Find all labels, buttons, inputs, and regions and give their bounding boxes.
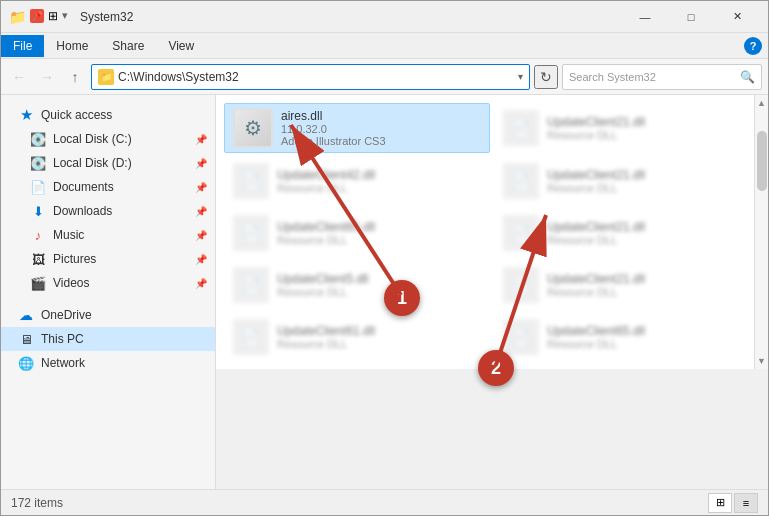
minimize-button[interactable]: —: [622, 1, 668, 33]
local-disk-d-icon: 💽: [29, 154, 47, 172]
address-input[interactable]: 📁 C:\Windows\System32 ▾: [91, 64, 530, 90]
address-chevron: ▾: [518, 71, 523, 82]
sidebar-item-documents[interactable]: 📄 Documents 📌: [1, 175, 215, 199]
blurred-detail-4: Resource DLL: [277, 234, 481, 246]
sidebar-item-music[interactable]: ♪ Music 📌: [1, 223, 215, 247]
downloads-label: Downloads: [53, 204, 191, 218]
local-disk-c-icon: 💽: [29, 130, 47, 148]
quick-access-icon: ★: [17, 106, 35, 124]
status-count: 172 items: [11, 496, 63, 510]
scroll-up-button[interactable]: ▲: [755, 95, 769, 111]
blurred-detail-9: Resource DLL: [547, 338, 751, 350]
refresh-button[interactable]: ↻: [534, 65, 558, 89]
blurred-name-2: UpdateClient42.dll: [277, 168, 481, 182]
blurred-detail-5: Resource DLL: [547, 234, 751, 246]
blurred-icon-1: [503, 110, 539, 146]
blurred-info-7: UpdateClient21.dll Resource DLL: [547, 272, 751, 298]
close-button[interactable]: ✕: [714, 1, 760, 33]
dropdown-arrow[interactable]: ▾: [62, 9, 68, 25]
scrollbar-thumb[interactable]: [757, 131, 767, 191]
sidebar-item-network[interactable]: 🌐 Network: [1, 351, 215, 375]
title-bar: 📁 📌 ⊞ ▾ System32 — □ ✕: [1, 1, 768, 33]
sidebar-item-videos[interactable]: 🎬 Videos 📌: [1, 271, 215, 295]
pin-videos-icon: 📌: [195, 278, 207, 289]
back-button[interactable]: ←: [7, 65, 31, 89]
onedrive-label: OneDrive: [41, 308, 207, 322]
grid-icon: ⊞: [48, 9, 58, 25]
view-list[interactable]: ≡: [734, 493, 758, 513]
annotation-circle-2: 2: [478, 350, 514, 386]
blurred-icon-8: [233, 319, 269, 355]
scrollbar-track[interactable]: ▲ ▼: [754, 95, 768, 369]
file-item-blurred-7: UpdateClient21.dll Resource DLL: [494, 261, 760, 309]
blurred-name-9: UpdateClient65.dll: [547, 324, 751, 338]
blurred-detail-2: Resource DLL: [277, 182, 481, 194]
blurred-icon-3: [503, 163, 539, 199]
menu-file[interactable]: File: [1, 35, 44, 57]
sidebar-item-local-disk-d[interactable]: 💽 Local Disk (D:) 📌: [1, 151, 215, 175]
this-pc-label: This PC: [41, 332, 207, 346]
music-label: Music: [53, 228, 191, 242]
blurred-name-1: UpdateClient21.dll: [547, 115, 751, 129]
file-item-blurred-2: UpdateClient42.dll Resource DLL: [224, 157, 490, 205]
file-item-blurred-6: UpdateClient5.dll Resource DLL: [224, 261, 490, 309]
aires-dll-name: aires.dll: [281, 109, 481, 123]
title-bar-icons: 📁 📌 ⊞ ▾: [9, 9, 68, 25]
blurred-detail-1: Resource DLL: [547, 129, 751, 141]
scroll-down-button[interactable]: ▼: [755, 353, 769, 369]
sidebar-item-this-pc[interactable]: 🖥 This PC: [1, 327, 215, 351]
folder-icon: 📁: [9, 9, 26, 25]
sidebar-item-onedrive[interactable]: ☁ OneDrive: [1, 303, 215, 327]
file-item-blurred-8: UpdateClient61.dll Resource DLL: [224, 313, 490, 361]
local-disk-d-label: Local Disk (D:): [53, 156, 191, 170]
maximize-button[interactable]: □: [668, 1, 714, 33]
menu-bar: File Home Share View ?: [1, 33, 768, 59]
sidebar-item-downloads[interactable]: ⬇ Downloads 📌: [1, 199, 215, 223]
menu-home[interactable]: Home: [44, 35, 100, 57]
blurred-info-2: UpdateClient42.dll Resource DLL: [277, 168, 481, 194]
music-icon: ♪: [29, 226, 47, 244]
file-item-aires-dll[interactable]: aires.dll 11.0.32.0 Adobe Illustrator CS…: [224, 103, 490, 153]
forward-button[interactable]: →: [35, 65, 59, 89]
blurred-name-6: UpdateClient5.dll: [277, 272, 481, 286]
annotation-label-2: 2: [491, 358, 501, 379]
pin-pics-icon: 📌: [195, 254, 207, 265]
this-pc-icon: 🖥: [17, 330, 35, 348]
blurred-icon-9: [503, 319, 539, 355]
blurred-icon-2: [233, 163, 269, 199]
main-content: ★ Quick access 💽 Local Disk (C:) 📌 💽 Loc…: [1, 95, 768, 489]
blurred-info-1: UpdateClient21.dll Resource DLL: [547, 115, 751, 141]
downloads-icon: ⬇: [29, 202, 47, 220]
menu-view[interactable]: View: [156, 35, 206, 57]
documents-label: Documents: [53, 180, 191, 194]
view-large-icons[interactable]: ⊞: [708, 493, 732, 513]
videos-label: Videos: [53, 276, 191, 290]
pin-d-icon: 📌: [195, 158, 207, 169]
search-placeholder: Search System32: [569, 71, 740, 83]
search-icon[interactable]: 🔍: [740, 70, 755, 84]
aires-dll-version: 11.0.32.0: [281, 123, 481, 135]
blurred-info-9: UpdateClient65.dll Resource DLL: [547, 324, 751, 350]
sidebar-item-local-disk-c[interactable]: 💽 Local Disk (C:) 📌: [1, 127, 215, 151]
aires-dll-info: aires.dll 11.0.32.0 Adobe Illustrator CS…: [281, 109, 481, 147]
status-bar: 172 items ⊞ ≡: [1, 489, 768, 515]
up-button[interactable]: ↑: [63, 65, 87, 89]
file-item-blurred-3: UpdateClient21.dll Resource DLL: [494, 157, 760, 205]
file-item-blurred-9: UpdateClient65.dll Resource DLL: [494, 313, 760, 361]
menu-share[interactable]: Share: [100, 35, 156, 57]
blurred-name-3: UpdateClient21.dll: [547, 168, 751, 182]
file-area: aires.dll 11.0.32.0 Adobe Illustrator CS…: [216, 95, 768, 369]
blurred-info-4: UpdateClient65.dll Resource DLL: [277, 220, 481, 246]
file-grid: aires.dll 11.0.32.0 Adobe Illustrator CS…: [216, 95, 768, 369]
search-box[interactable]: Search System32 🔍: [562, 64, 762, 90]
sidebar-item-quick-access[interactable]: ★ Quick access: [1, 103, 215, 127]
blurred-info-3: UpdateClient21.dll Resource DLL: [547, 168, 751, 194]
quick-access-label: Quick access: [41, 108, 207, 122]
help-button[interactable]: ?: [744, 37, 762, 55]
documents-icon: 📄: [29, 178, 47, 196]
file-area-wrapper: aires.dll 11.0.32.0 Adobe Illustrator CS…: [216, 95, 768, 489]
file-item-blurred-4: UpdateClient65.dll Resource DLL: [224, 209, 490, 257]
network-icon: 🌐: [17, 354, 35, 372]
blurred-info-6: UpdateClient5.dll Resource DLL: [277, 272, 481, 298]
sidebar-item-pictures[interactable]: 🖼 Pictures 📌: [1, 247, 215, 271]
